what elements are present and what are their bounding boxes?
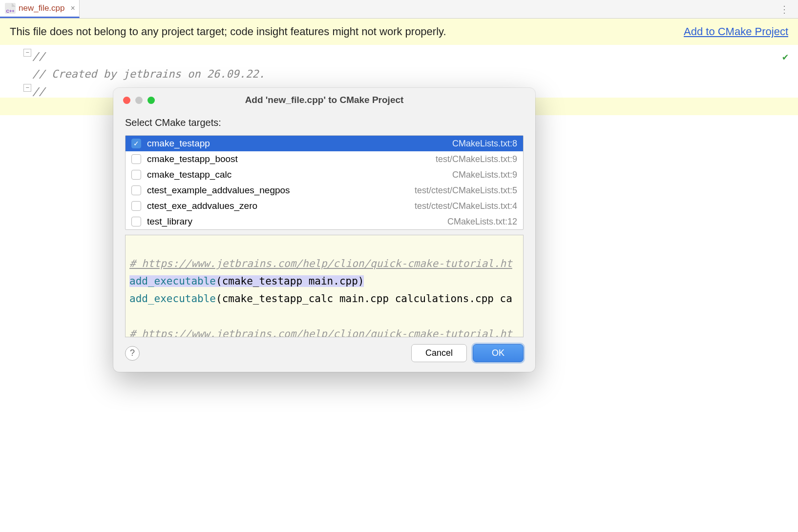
target-row[interactable]: ✓cmake_testappCMakeLists.txt:8 bbox=[126, 136, 523, 151]
dialog-titlebar[interactable]: Add 'new_file.cpp' to CMake Project bbox=[113, 88, 535, 112]
fold-end-icon[interactable]: − bbox=[23, 84, 31, 92]
target-checkbox[interactable] bbox=[131, 185, 141, 195]
banner-text: This file does not belong to any project… bbox=[10, 25, 446, 38]
targets-label: Select CMake targets: bbox=[125, 117, 524, 128]
add-to-cmake-link[interactable]: Add to CMake Project bbox=[684, 25, 788, 38]
target-location: test/ctest/CMakeLists.txt:5 bbox=[415, 185, 517, 196]
target-location: test/CMakeLists.txt:9 bbox=[436, 154, 517, 164]
target-name: ctest_example_addvalues_negpos bbox=[147, 185, 415, 196]
target-location: CMakeLists.txt:8 bbox=[452, 139, 517, 149]
target-row[interactable]: ctest_exe_addvalues_zerotest/ctest/CMake… bbox=[126, 198, 523, 214]
target-name: cmake_testapp_boost bbox=[147, 154, 436, 164]
code-line: // Created by jetbrains on 26.09.22. bbox=[32, 65, 798, 83]
notification-banner: This file does not belong to any project… bbox=[0, 19, 798, 45]
target-name: cmake_testapp_calc bbox=[147, 169, 452, 180]
tab-filename: new_file.cpp bbox=[19, 3, 65, 13]
cancel-button[interactable]: Cancel bbox=[411, 344, 467, 362]
analysis-ok-icon[interactable]: ✔ bbox=[782, 48, 788, 65]
ok-button[interactable]: OK bbox=[473, 344, 524, 362]
target-row[interactable]: cmake_testapp_calcCMakeLists.txt:9 bbox=[126, 167, 523, 183]
cmake-preview: # https://www.jetbrains.com/help/clion/q… bbox=[125, 235, 524, 337]
target-checkbox[interactable] bbox=[131, 154, 141, 164]
dialog-title: Add 'new_file.cpp' to CMake Project bbox=[245, 95, 404, 105]
target-row[interactable]: ctest_example_addvalues_negpostest/ctest… bbox=[126, 183, 523, 198]
window-close-icon[interactable] bbox=[123, 97, 130, 104]
window-minimize-icon[interactable] bbox=[135, 97, 143, 104]
window-zoom-icon[interactable] bbox=[147, 97, 155, 104]
target-row[interactable]: cmake_testapp_boosttest/CMakeLists.txt:9 bbox=[126, 151, 523, 167]
target-location: CMakeLists.txt:9 bbox=[452, 170, 517, 180]
add-to-cmake-dialog: Add 'new_file.cpp' to CMake Project Sele… bbox=[113, 88, 535, 372]
targets-list: ✓cmake_testappCMakeLists.txt:8cmake_test… bbox=[125, 135, 524, 230]
fold-icon[interactable]: − bbox=[23, 49, 31, 57]
editor-tab[interactable]: C++ new_file.cpp × bbox=[0, 0, 80, 18]
target-location: test/ctest/CMakeLists.txt:4 bbox=[415, 201, 517, 211]
target-row[interactable]: test_libraryCMakeLists.txt:12 bbox=[126, 214, 523, 229]
target-checkbox[interactable] bbox=[131, 201, 141, 211]
target-checkbox[interactable] bbox=[131, 170, 141, 180]
target-name: cmake_testapp bbox=[147, 138, 452, 149]
target-location: CMakeLists.txt:12 bbox=[447, 217, 517, 227]
tab-bar: C++ new_file.cpp × ⋮ bbox=[0, 0, 798, 19]
close-tab-icon[interactable]: × bbox=[71, 4, 75, 13]
target-name: test_library bbox=[147, 216, 447, 227]
code-line: // bbox=[32, 48, 798, 65]
target-name: ctest_exe_addvalues_zero bbox=[147, 201, 415, 211]
help-button[interactable]: ? bbox=[125, 346, 140, 361]
tab-overflow-icon[interactable]: ⋮ bbox=[771, 3, 798, 15]
target-checkbox[interactable]: ✓ bbox=[131, 139, 141, 148]
target-checkbox[interactable] bbox=[131, 217, 141, 226]
cpp-file-icon: C++ bbox=[5, 3, 16, 14]
